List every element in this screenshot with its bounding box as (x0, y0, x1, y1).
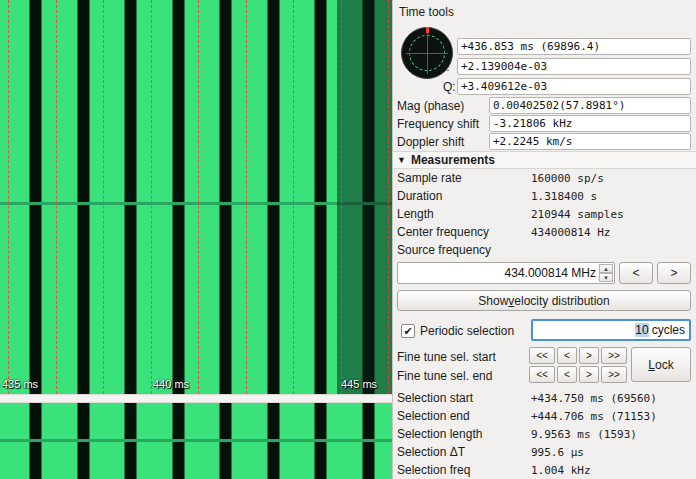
cycles-value: 10 (635, 323, 648, 337)
waveform-zero-line (0, 202, 392, 205)
waveform-overview[interactable] (0, 403, 392, 479)
time-axis-label: 440 ms (153, 378, 189, 390)
waveform-zero-line (0, 439, 392, 442)
selection-start-label: Selection start (397, 391, 473, 405)
button-text: ock (655, 358, 674, 372)
selection-freq-value: 1.004 kHz (531, 464, 591, 477)
frequency-shift-value: -3.21806 kHz (489, 115, 691, 132)
periodic-marker-line (56, 0, 57, 394)
fine-start-big-step-forward-button[interactable]: >> (601, 347, 627, 364)
time-tools-panel: Time tools t: +436.853 ms (69896.4) I: +… (392, 0, 696, 479)
fine-start-step-back-button[interactable]: < (557, 347, 577, 364)
selection-length-value: 9.9563 ms (1593) (531, 428, 637, 441)
periodic-marker-line (8, 0, 9, 394)
fine-end-step-forward-button[interactable]: > (579, 366, 599, 383)
periodic-marker-line (341, 0, 342, 394)
frequency-spinbox-value: 434.000814 MHz (505, 266, 596, 280)
waveform-dim-region (337, 0, 392, 394)
button-text: Show (478, 294, 508, 308)
cycles-input[interactable]: 10 cycles (531, 319, 691, 341)
show-velocity-distribution-button[interactable]: Show velocity distribution (397, 290, 691, 311)
fine-end-big-step-back-button[interactable]: << (529, 366, 555, 383)
cycles-suffix: cycles (652, 323, 685, 337)
periodic-selection-checkbox[interactable]: ✔ (401, 324, 415, 338)
frequency-step-up-button[interactable]: > (657, 262, 691, 284)
periodic-marker-line (198, 0, 199, 394)
selection-end-label: Selection end (397, 409, 470, 423)
time-axis-label: 435 ms (2, 378, 38, 390)
mag-phase-value: 0.00402502(57.8981°) (489, 97, 691, 114)
fine-tune-end-label: Fine tune sel. end (397, 369, 492, 383)
periodic-marker-line (246, 0, 247, 394)
fine-start-big-step-back-button[interactable]: << (529, 347, 555, 364)
periodic-marker-line (388, 0, 389, 394)
mag-phase-label: Mag (phase) (397, 99, 464, 113)
center-frequency-value: 434000814 Hz (531, 226, 610, 239)
selection-end-value: +444.706 ms (71153) (531, 410, 657, 423)
periodic-selection-label: Periodic selection (420, 324, 514, 338)
length-label: Length (397, 207, 434, 221)
source-frequency-label: Source frequency (397, 243, 491, 257)
t-label: t: (443, 40, 450, 54)
selection-freq-label: Selection freq (397, 463, 470, 477)
selection-start-value: +434.750 ms (69560) (531, 392, 657, 405)
center-frequency-label: Center frequency (397, 225, 489, 239)
time-window: 435 ms 440 ms 445 ms Time tools t: +436.… (0, 0, 696, 479)
waveform-main[interactable] (0, 0, 392, 394)
spinner-buttons[interactable]: ▲ ▼ (599, 264, 613, 282)
constellation-marker (426, 27, 429, 33)
fine-tune-start-label: Fine tune sel. start (397, 350, 496, 364)
selection-length-label: Selection length (397, 427, 482, 441)
sample-rate-label: Sample rate (397, 171, 462, 185)
doppler-shift-value: +2.2245 km/s (489, 133, 691, 150)
selection-delta-t-label: Selection ΔT (397, 445, 465, 459)
checkmark-icon: ✔ (403, 325, 412, 338)
length-value: 210944 samples (531, 208, 624, 221)
t-value: +436.853 ms (69896.4) (457, 38, 691, 55)
waveform-separator[interactable] (0, 394, 392, 403)
fine-end-step-back-button[interactable]: < (557, 366, 577, 383)
q-value: +3.409612e-03 (457, 78, 691, 95)
periodic-marker-line (293, 0, 294, 394)
spin-up-icon[interactable]: ▲ (599, 264, 613, 273)
periodic-marker-line (103, 0, 104, 394)
lock-button[interactable]: Lock (631, 347, 691, 382)
measurements-section-header[interactable]: ▼ Measurements (393, 151, 696, 169)
doppler-shift-label: Doppler shift (397, 135, 464, 149)
q-label: Q: (443, 80, 456, 94)
waveform-area: 435 ms 440 ms 445 ms (0, 0, 392, 479)
periodic-marker-line (151, 0, 152, 394)
measurements-title: Measurements (411, 153, 495, 167)
frequency-step-down-button[interactable]: < (619, 262, 653, 284)
collapse-arrow-icon: ▼ (397, 155, 406, 165)
time-axis-label: 445 ms (341, 378, 377, 390)
spin-down-icon[interactable]: ▼ (599, 273, 613, 282)
duration-value: 1.318400 s (531, 190, 597, 203)
sample-rate-value: 160000 sp/s (531, 172, 604, 185)
button-text: elocity distribution (514, 294, 609, 308)
fine-end-big-step-forward-button[interactable]: >> (601, 366, 627, 383)
frequency-shift-label: Frequency shift (397, 117, 479, 131)
duration-label: Duration (397, 189, 442, 203)
selection-delta-t-value: 995.6 µs (531, 446, 584, 459)
fine-start-step-forward-button[interactable]: > (579, 347, 599, 364)
i-value: +2.139004e-03 (457, 58, 691, 75)
i-label: I: (443, 60, 450, 74)
button-mnemonic: L (648, 358, 655, 372)
panel-title: Time tools (399, 5, 454, 19)
constellation-crosshair-v (427, 32, 428, 74)
frequency-spinbox[interactable]: 434.000814 MHz ▲ ▼ (397, 262, 615, 284)
